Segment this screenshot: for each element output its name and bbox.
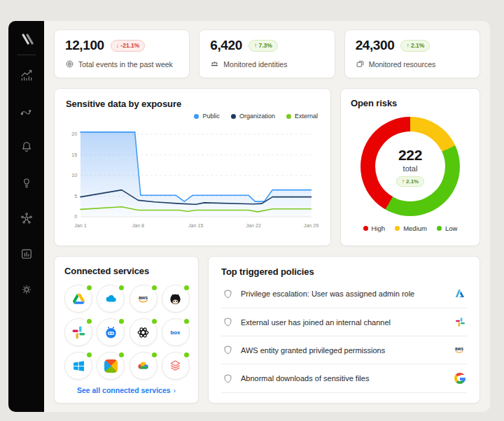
service-slack[interactable] <box>64 318 92 346</box>
sidebar <box>8 21 44 412</box>
dashboard-app: 12,100 ↓ -21.1% Total events in the past… <box>8 21 490 412</box>
exposure-chart-card: Sensitive data by exposure Public Organi… <box>54 88 331 246</box>
shield-icon <box>223 289 233 299</box>
analytics-icon <box>20 69 34 83</box>
kpi-delta-badge: ↑ 2.1% <box>400 40 430 52</box>
kpi-label-row: Monitored identities <box>210 59 323 69</box>
kpi-label: Monitored resources <box>369 60 436 69</box>
svg-text:5: 5 <box>74 193 77 199</box>
chart-title: Sensitive data by exposure <box>66 99 319 109</box>
status-dot <box>118 317 125 325</box>
legend-dot <box>194 114 199 119</box>
kpi-value: 12,100 <box>65 38 104 53</box>
sidebar-item-analytics[interactable] <box>15 65 38 86</box>
service-microsoft-copilot[interactable] <box>97 352 125 380</box>
sidebar-item-display[interactable] <box>15 279 38 300</box>
risks-delta-badge: ↑ 2.1% <box>396 176 424 187</box>
legend-item-organization[interactable]: Organization <box>231 113 275 120</box>
bar-report-icon <box>20 247 34 261</box>
resources-icon <box>356 59 365 69</box>
policy-row-privilege-escalation[interactable]: Privilege escalation: User was assigned … <box>221 280 467 308</box>
lightbulb-icon <box>20 176 34 190</box>
service-aws[interactable]: aws <box>130 285 158 313</box>
sidebar-item-network[interactable] <box>15 208 38 229</box>
legend-item-public[interactable]: Public <box>194 113 220 120</box>
google-cloud-icon <box>136 359 150 373</box>
services-title: Connected services <box>64 266 188 276</box>
services-grid: aws <box>64 285 188 380</box>
kpi-card-monitored-identities: 6,420 ↑ 7.3% Monitored identities <box>199 29 335 78</box>
legend-dot <box>363 226 368 231</box>
legend-item-high[interactable]: High <box>363 224 386 232</box>
policy-row-aws-entity[interactable]: AWS entity granted privileged permission… <box>221 336 467 364</box>
policy-text: External user has joined an internal cha… <box>241 318 391 327</box>
donut-center: 222 total ↑ 2.1% <box>360 117 460 216</box>
sidebar-item-insights[interactable] <box>15 172 38 193</box>
svg-text:Jan 1: Jan 1 <box>74 222 86 229</box>
risks-total-label: total <box>403 164 418 173</box>
kpi-card-monitored-resources: 24,300 ↑ 2.1% Monitored resources <box>344 29 480 78</box>
kpi-card-total-events: 12,100 ↓ -21.1% Total events in the past… <box>54 29 190 78</box>
service-box[interactable]: box <box>162 318 190 346</box>
service-google-drive[interactable] <box>64 285 92 313</box>
legend-label: External <box>295 113 318 120</box>
kpi-label-row: Total events in the past week <box>65 59 178 69</box>
service-github[interactable] <box>162 285 190 313</box>
legend-dot <box>231 114 236 119</box>
sidebar-item-reports[interactable] <box>15 243 38 264</box>
policy-text: Privilege escalation: User was assigned … <box>241 290 414 298</box>
slack-icon <box>71 325 86 340</box>
status-dot <box>150 351 158 359</box>
slack-icon <box>455 317 465 327</box>
service-openai[interactable] <box>130 318 158 346</box>
app-logo[interactable] <box>18 30 36 48</box>
mid-row: Sensitive data by exposure Public Organi… <box>54 88 480 246</box>
kpi-delta-badge: ↓ -21.1% <box>111 40 146 52</box>
shield-icon <box>223 317 233 327</box>
exposure-area-chart: 05101520Jan 1Jan 8Jan 15Jan 22Jan 29 <box>66 120 319 232</box>
legend-label: Organization <box>239 113 275 120</box>
legend-label: Medium <box>403 224 427 232</box>
policy-row-external-user[interactable]: External user has joined an internal cha… <box>221 308 467 336</box>
svg-text:0: 0 <box>74 213 77 220</box>
shield-icon <box>223 373 233 384</box>
service-data-layers[interactable] <box>162 352 190 380</box>
github-icon <box>168 292 183 306</box>
service-salesforce[interactable] <box>97 285 125 313</box>
svg-text:Jan 8: Jan 8 <box>132 222 144 229</box>
bottom-row: Connected services <box>54 256 480 404</box>
salesforce-icon <box>104 292 118 306</box>
service-google-cloud[interactable] <box>130 352 158 380</box>
svg-text:aws: aws <box>139 294 148 299</box>
service-bot[interactable] <box>97 318 125 346</box>
legend-item-external[interactable]: External <box>286 113 318 120</box>
risks-donut: 222 total ↑ 2.1% <box>360 117 460 216</box>
risks-legend: High Medium Low <box>363 224 458 232</box>
see-all-services-link[interactable]: See all connected services› <box>64 380 188 394</box>
risks-title: Open risks <box>351 98 397 108</box>
google-icon <box>454 373 465 384</box>
chart-legend: Public Organization External <box>67 113 318 120</box>
kpi-label-row: Monitored resources <box>356 59 469 69</box>
status-dot <box>118 351 125 359</box>
legend-item-low[interactable]: Low <box>437 224 457 232</box>
status-dot <box>85 284 93 292</box>
target-icon <box>65 59 74 69</box>
layers-stack-icon <box>168 359 183 373</box>
status-dot <box>183 284 190 292</box>
top-policies-card: Top triggered policies Privilege escalat… <box>208 256 480 404</box>
link-label: See all connected services <box>77 386 171 394</box>
route-icon <box>20 104 34 118</box>
svg-text:10: 10 <box>71 172 77 178</box>
policy-list: Privilege escalation: User was assigned … <box>221 280 467 393</box>
azure-icon <box>454 288 465 299</box>
service-microsoft[interactable] <box>64 352 92 380</box>
legend-label: High <box>372 224 386 232</box>
bell-icon <box>20 140 34 154</box>
legend-item-medium[interactable]: Medium <box>395 224 427 232</box>
status-dot <box>150 317 158 325</box>
sidebar-item-activity-flow[interactable] <box>15 101 38 122</box>
google-drive-icon <box>71 292 86 306</box>
sidebar-item-notifications[interactable] <box>15 136 38 157</box>
policy-row-abnormal-downloads[interactable]: Abnormal downloads of sensitive files <box>221 364 467 393</box>
